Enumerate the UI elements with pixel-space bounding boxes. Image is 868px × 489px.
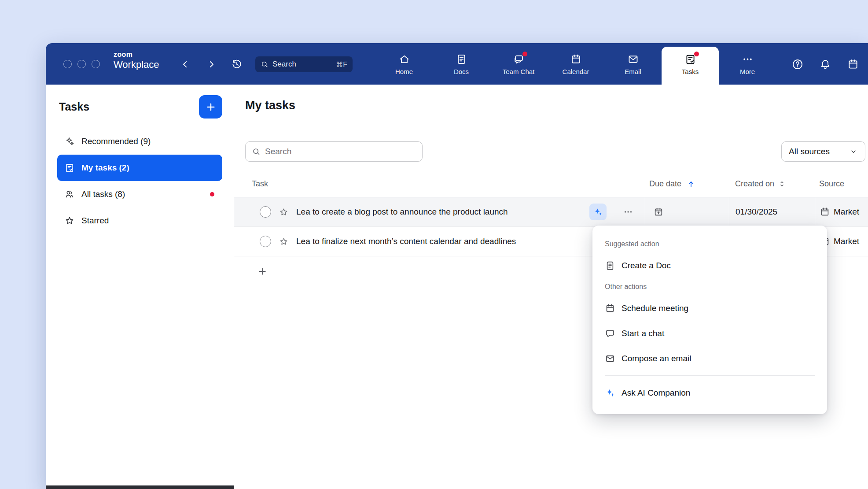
chevron-down-icon [849,147,858,156]
star-icon[interactable] [279,237,289,247]
task-complete-checkbox[interactable] [260,236,271,247]
tasks-icon [684,53,696,65]
plus-icon [257,266,268,277]
history-icon[interactable] [231,59,243,70]
nav-team-chat-label: Team Chat [503,68,535,75]
nav-docs-label: Docs [454,68,469,75]
more-icon [742,53,754,65]
menu-item-ask-ai-companion[interactable]: Ask AI Companion [592,380,827,405]
source-label: Market [834,237,859,246]
menu-item-schedule-meeting[interactable]: Schedule meeting [592,296,827,321]
window-control-close[interactable] [63,60,72,68]
calendar-plus-icon [653,207,664,217]
due-date-cell[interactable] [645,197,729,226]
sidebar-item-label: Starred [81,216,109,226]
menu-item-start-a-chat[interactable]: Start a chat [592,321,827,346]
doc-icon [605,260,615,271]
logo-zoom-text: zoom [114,51,159,59]
nav-more-label: More [740,68,755,75]
chat-bubble-icon [605,328,615,339]
sparkle-icon [64,136,75,147]
nav-email-label: Email [625,68,641,75]
nav-docs[interactable]: Docs [433,43,490,85]
task-cell: Lea to finalize next month’s content cal… [234,227,645,256]
menu-item-label: Create a Doc [622,261,671,270]
task-title: Lea to finalize next month’s content cal… [296,237,516,246]
zoom-workplace-logo: zoom Workplace [114,51,159,70]
tasks-search[interactable] [245,141,423,162]
sidebar-item-label: All tasks (8) [81,189,125,199]
nav-team-chat[interactable]: Team Chat [490,43,547,85]
nav-calendar-label: Calendar [563,68,589,75]
team-chat-icon [513,53,525,65]
help-icon[interactable] [791,58,804,70]
table-header-row: Task Due date Created on Source [234,171,868,197]
menu-section-label: Suggested action [592,235,827,253]
global-search-placeholder: Search [272,60,296,69]
sidebar-item-starred[interactable]: Starred [57,207,222,234]
table-row[interactable]: Lea to create a blog post to announce th… [234,197,868,227]
ai-companion-action-button[interactable] [589,204,607,220]
email-icon [627,53,639,65]
menu-item-label: Compose an email [622,354,691,363]
search-shortcut-hint: ⌘F [336,60,347,69]
home-icon [398,53,410,65]
nav-tasks[interactable]: Tasks [662,47,719,85]
tasks-search-input[interactable] [265,147,416,156]
global-search[interactable]: Search ⌘F [255,56,353,72]
menu-item-compose-an-email[interactable]: Compose an email [592,346,827,371]
sidebar-item-all-tasks[interactable]: All tasks (8) [57,181,222,207]
menu-item-label: Start a chat [622,329,664,338]
mini-calendar-icon[interactable] [847,58,859,70]
window-control-minimize[interactable] [77,60,86,68]
nav-home-label: Home [395,68,413,75]
add-task-button[interactable] [199,95,222,119]
task-cell: Lea to create a blog post to announce th… [234,197,645,226]
tasks-sidebar: Tasks Recommended (9) My tasks (2) [46,85,234,489]
column-header-source: Source [815,171,868,197]
sidebar-header: Tasks [46,85,234,119]
sources-filter-dropdown[interactable]: All sources [781,141,865,162]
nav-email[interactable]: Email [604,43,662,85]
notifications-bell-icon[interactable] [819,58,831,70]
docs-icon [456,53,467,65]
star-icon[interactable] [279,207,289,217]
menu-item-create-a-doc[interactable]: Create a Doc [592,253,827,278]
calendar-icon [820,207,830,217]
column-header-due-date[interactable]: Due date [645,171,729,197]
nav-more[interactable]: More [719,43,776,85]
sidebar-item-recommended[interactable]: Recommended (9) [57,128,222,155]
column-header-task: Task [234,171,645,197]
back-button[interactable] [180,59,191,70]
ai-sparkle-icon [593,207,603,217]
star-icon [64,215,75,226]
calendar-icon [605,303,615,314]
sidebar-item-label: Recommended (9) [81,137,151,146]
nav-calendar[interactable]: Calendar [547,43,604,85]
bottom-window-edge [46,485,234,489]
menu-item-label: Ask AI Companion [622,388,690,398]
sidebar-list: Recommended (9) My tasks (2) All tasks (… [46,119,234,234]
sidebar-item-my-tasks[interactable]: My tasks (2) [57,155,222,181]
page-title: My tasks [245,99,295,112]
all-tasks-notification-dot [210,192,214,196]
forward-button[interactable] [206,59,217,70]
sidebar-title: Tasks [59,100,89,113]
logo-workplace-text: Workplace [114,59,159,70]
sidebar-item-label: My tasks (2) [81,163,129,173]
tasks-notification-dot [694,52,699,56]
column-header-created-on[interactable]: Created on [729,171,815,197]
row-more-actions-icon[interactable] [623,207,633,217]
task-complete-checkbox[interactable] [260,206,271,218]
nav-home[interactable]: Home [375,43,433,85]
sources-filter-value: All sources [789,147,830,156]
menu-section-label: Other actions [592,278,827,296]
task-check-icon [64,163,75,173]
email-icon [605,353,615,364]
window-control-zoom[interactable] [92,60,100,68]
created-on-cell: 01/30/2025 [729,197,815,226]
titlebar: zoom Workplace Search ⌘F Home [46,43,868,85]
ai-sparkle-icon [605,388,615,398]
primary-nav: Home Docs Team Chat Calendar [375,43,776,85]
nav-tasks-label: Tasks [682,68,699,75]
